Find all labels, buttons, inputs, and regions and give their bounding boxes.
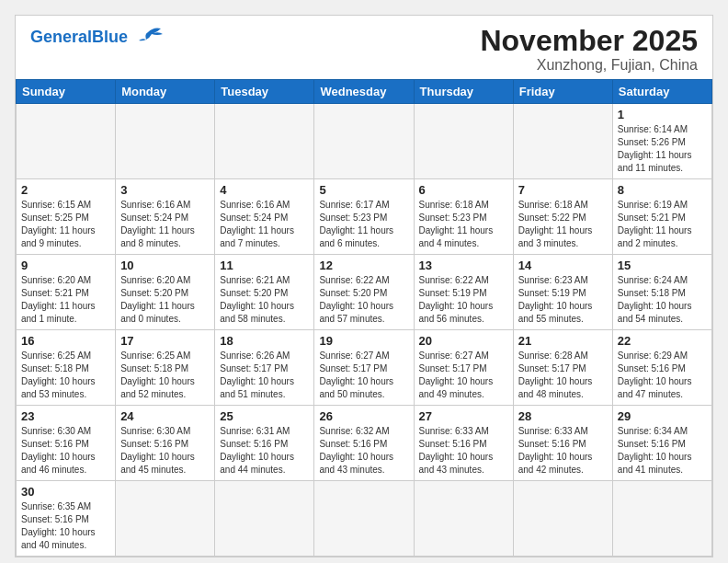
day-number: 18 (220, 334, 309, 348)
calendar-cell: 29Sunrise: 6:34 AMSunset: 5:16 PMDayligh… (612, 406, 711, 481)
weekday-header-tuesday: Tuesday (215, 80, 314, 104)
logo-text: GeneralBlue (30, 29, 128, 45)
day-number: 30 (21, 485, 110, 499)
calendar-cell (17, 104, 116, 179)
calendar-container: GeneralBlue November 2025 Xunzhong, Fuji… (15, 15, 713, 557)
calendar-cell: 21Sunrise: 6:28 AMSunset: 5:17 PMDayligh… (513, 330, 612, 406)
day-number: 22 (618, 334, 707, 348)
calendar-cell: 30Sunrise: 6:35 AMSunset: 5:16 PMDayligh… (17, 481, 116, 557)
day-info: Sunrise: 6:33 AMSunset: 5:16 PMDaylight:… (518, 425, 608, 477)
day-info: Sunrise: 6:17 AMSunset: 5:23 PMDaylight:… (319, 199, 408, 250)
day-number: 10 (120, 259, 210, 272)
day-info: Sunrise: 6:35 AMSunset: 5:16 PMDaylight:… (21, 500, 110, 552)
day-number: 20 (419, 334, 508, 348)
calendar-cell: 18Sunrise: 6:26 AMSunset: 5:17 PMDayligh… (215, 330, 314, 406)
calendar-cell: 22Sunrise: 6:29 AMSunset: 5:16 PMDayligh… (612, 330, 711, 406)
day-info: Sunrise: 6:16 AMSunset: 5:24 PMDaylight:… (120, 199, 210, 250)
day-info: Sunrise: 6:27 AMSunset: 5:17 PMDaylight:… (419, 350, 508, 401)
calendar-week-6: 30Sunrise: 6:35 AMSunset: 5:16 PMDayligh… (17, 481, 712, 557)
month-title: November 2025 (480, 25, 698, 57)
calendar-cell: 6Sunrise: 6:18 AMSunset: 5:23 PMDaylight… (414, 179, 513, 255)
day-info: Sunrise: 6:32 AMSunset: 5:16 PMDaylight:… (319, 425, 408, 477)
day-number: 17 (120, 334, 210, 348)
calendar-cell: 5Sunrise: 6:17 AMSunset: 5:23 PMDaylight… (314, 179, 414, 255)
day-number: 23 (21, 409, 110, 423)
location-title: Xunzhong, Fujian, China (480, 57, 698, 74)
day-info: Sunrise: 6:20 AMSunset: 5:20 PMDaylight:… (120, 274, 210, 326)
weekday-header-wednesday: Wednesday (314, 80, 414, 104)
day-number: 16 (21, 334, 110, 348)
day-number: 9 (21, 259, 110, 272)
weekday-header-row: SundayMondayTuesdayWednesdayThursdayFrid… (17, 80, 712, 104)
calendar-cell (513, 104, 612, 179)
day-info: Sunrise: 6:14 AMSunset: 5:26 PMDaylight:… (618, 123, 707, 175)
day-number: 2 (21, 183, 110, 197)
day-info: Sunrise: 6:18 AMSunset: 5:23 PMDaylight:… (419, 199, 508, 250)
day-number: 13 (419, 259, 508, 272)
day-info: Sunrise: 6:34 AMSunset: 5:16 PMDaylight:… (618, 425, 707, 477)
calendar-cell: 28Sunrise: 6:33 AMSunset: 5:16 PMDayligh… (513, 406, 612, 481)
day-number: 4 (220, 183, 309, 197)
calendar-cell: 16Sunrise: 6:25 AMSunset: 5:18 PMDayligh… (17, 330, 116, 406)
day-number: 29 (618, 409, 707, 423)
day-info: Sunrise: 6:21 AMSunset: 5:20 PMDaylight:… (220, 274, 309, 326)
day-number: 6 (419, 183, 508, 197)
calendar-cell: 12Sunrise: 6:22 AMSunset: 5:20 PMDayligh… (314, 255, 414, 330)
calendar-cell: 10Sunrise: 6:20 AMSunset: 5:20 PMDayligh… (116, 255, 215, 330)
day-info: Sunrise: 6:26 AMSunset: 5:17 PMDaylight:… (220, 350, 309, 401)
weekday-header-sunday: Sunday (17, 80, 116, 104)
calendar-week-5: 23Sunrise: 6:30 AMSunset: 5:16 PMDayligh… (17, 406, 712, 481)
weekday-header-saturday: Saturday (612, 80, 711, 104)
calendar-cell (116, 104, 215, 179)
day-number: 15 (618, 259, 707, 272)
calendar-cell: 27Sunrise: 6:33 AMSunset: 5:16 PMDayligh… (414, 406, 513, 481)
calendar-cell (314, 481, 414, 557)
day-info: Sunrise: 6:19 AMSunset: 5:21 PMDaylight:… (618, 199, 707, 250)
day-number: 26 (319, 409, 408, 423)
logo-blue: Blue (92, 28, 128, 46)
day-info: Sunrise: 6:16 AMSunset: 5:24 PMDaylight:… (220, 199, 309, 250)
day-info: Sunrise: 6:20 AMSunset: 5:21 PMDaylight:… (21, 274, 110, 326)
calendar-cell (215, 104, 314, 179)
day-info: Sunrise: 6:23 AMSunset: 5:19 PMDaylight:… (518, 274, 608, 326)
day-number: 11 (220, 259, 309, 272)
calendar-cell: 24Sunrise: 6:30 AMSunset: 5:16 PMDayligh… (116, 406, 215, 481)
day-info: Sunrise: 6:22 AMSunset: 5:20 PMDaylight:… (319, 274, 408, 326)
logo-bird-icon (130, 25, 165, 45)
day-number: 21 (518, 334, 608, 348)
calendar-week-2: 2Sunrise: 6:15 AMSunset: 5:25 PMDaylight… (17, 179, 712, 255)
day-info: Sunrise: 6:30 AMSunset: 5:16 PMDaylight:… (21, 425, 110, 477)
day-number: 12 (319, 259, 408, 272)
calendar-cell: 1Sunrise: 6:14 AMSunset: 5:26 PMDaylight… (612, 104, 711, 179)
logo: GeneralBlue (30, 25, 165, 45)
day-number: 27 (419, 409, 508, 423)
calendar-week-1: 1Sunrise: 6:14 AMSunset: 5:26 PMDaylight… (17, 104, 712, 179)
calendar-cell: 3Sunrise: 6:16 AMSunset: 5:24 PMDaylight… (116, 179, 215, 255)
title-block: November 2025 Xunzhong, Fujian, China (480, 25, 698, 74)
day-number: 5 (319, 183, 408, 197)
calendar-cell (116, 481, 215, 557)
calendar-cell: 19Sunrise: 6:27 AMSunset: 5:17 PMDayligh… (314, 330, 414, 406)
day-info: Sunrise: 6:22 AMSunset: 5:19 PMDaylight:… (419, 274, 508, 326)
calendar-cell: 4Sunrise: 6:16 AMSunset: 5:24 PMDaylight… (215, 179, 314, 255)
day-info: Sunrise: 6:18 AMSunset: 5:22 PMDaylight:… (518, 199, 608, 250)
day-number: 14 (518, 259, 608, 272)
header: GeneralBlue November 2025 Xunzhong, Fuji… (16, 16, 712, 79)
weekday-header-friday: Friday (513, 80, 612, 104)
calendar-cell: 25Sunrise: 6:31 AMSunset: 5:16 PMDayligh… (215, 406, 314, 481)
calendar-week-3: 9Sunrise: 6:20 AMSunset: 5:21 PMDaylight… (17, 255, 712, 330)
day-info: Sunrise: 6:31 AMSunset: 5:16 PMDaylight:… (220, 425, 309, 477)
calendar-week-4: 16Sunrise: 6:25 AMSunset: 5:18 PMDayligh… (17, 330, 712, 406)
day-info: Sunrise: 6:27 AMSunset: 5:17 PMDaylight:… (319, 350, 408, 401)
day-number: 19 (319, 334, 408, 348)
calendar-cell: 23Sunrise: 6:30 AMSunset: 5:16 PMDayligh… (17, 406, 116, 481)
day-info: Sunrise: 6:24 AMSunset: 5:18 PMDaylight:… (618, 274, 707, 326)
day-info: Sunrise: 6:28 AMSunset: 5:17 PMDaylight:… (518, 350, 608, 401)
calendar-body: 1Sunrise: 6:14 AMSunset: 5:26 PMDaylight… (17, 104, 712, 557)
day-info: Sunrise: 6:30 AMSunset: 5:16 PMDaylight:… (120, 425, 210, 477)
day-number: 3 (120, 183, 210, 197)
day-number: 25 (220, 409, 309, 423)
day-number: 1 (618, 108, 707, 121)
calendar-cell: 13Sunrise: 6:22 AMSunset: 5:19 PMDayligh… (414, 255, 513, 330)
weekday-header-monday: Monday (116, 80, 215, 104)
